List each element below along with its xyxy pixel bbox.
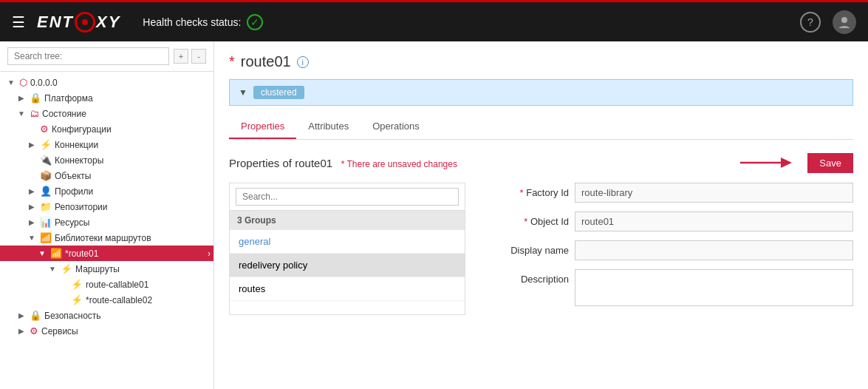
state-icon: 🗂 bbox=[30, 108, 39, 119]
tree-toggle-routes[interactable]: ▼ bbox=[47, 265, 58, 273]
page-title-container: *route01 i bbox=[229, 53, 853, 70]
groups-search-input[interactable] bbox=[236, 188, 459, 206]
tree-toggle-security[interactable]: ▶ bbox=[16, 311, 27, 319]
field-textarea-description[interactable] bbox=[575, 269, 853, 306]
tree-item-routelibs[interactable]: ▼ 📶 Библиотеки маршрутов bbox=[0, 230, 213, 246]
group-label-routes: routes bbox=[239, 283, 265, 294]
tree-item-repositories[interactable]: ▶ 📁 Репозитории bbox=[0, 199, 213, 214]
tab-properties[interactable]: Properties bbox=[229, 115, 296, 139]
tree-toggle-profiles[interactable]: ▶ bbox=[27, 187, 37, 195]
tree-item-objects[interactable]: 📦 Объекты bbox=[0, 168, 213, 183]
tree-item-root[interactable]: ▼ ⬡ 0.0.0.0 bbox=[0, 75, 213, 90]
tree-toggle-state[interactable]: ▼ bbox=[16, 109, 27, 118]
tab-operations[interactable]: Operations bbox=[360, 115, 431, 139]
route01-icon: 📶 bbox=[50, 248, 62, 259]
field-input-display-name[interactable] bbox=[575, 240, 853, 260]
services-icon: ⚙ bbox=[30, 325, 38, 336]
svg-marker-2 bbox=[781, 158, 792, 168]
field-row-display-name: Display name bbox=[480, 240, 853, 260]
tree-label-objects: Объекты bbox=[55, 171, 92, 181]
tree-label-profiles: Профили bbox=[55, 186, 93, 197]
root-icon: ⬡ bbox=[19, 77, 27, 88]
tree-expand-button[interactable]: + bbox=[174, 49, 188, 64]
svg-point-0 bbox=[841, 17, 847, 23]
group-item-routes[interactable]: routes bbox=[230, 277, 465, 301]
tree-collapse-button[interactable]: - bbox=[191, 49, 206, 64]
save-area: Save bbox=[737, 152, 853, 174]
tree-toggle-services[interactable]: ▶ bbox=[16, 327, 27, 335]
callable02-icon: ⚡ bbox=[71, 294, 83, 305]
tree-label-resources: Ресурсы bbox=[55, 217, 89, 228]
search-input[interactable] bbox=[7, 47, 169, 65]
clustered-bar: ▼ clustered bbox=[229, 79, 853, 106]
header-right: ? bbox=[800, 10, 856, 34]
field-label-factory-id: * Factory Id bbox=[480, 183, 569, 198]
save-button[interactable]: Save bbox=[807, 153, 853, 173]
menu-icon[interactable]: ☰ bbox=[12, 13, 25, 31]
save-arrow-icon bbox=[737, 152, 796, 174]
tree-toggle-connections[interactable]: ▶ bbox=[27, 141, 37, 149]
logo-text2: XY bbox=[96, 13, 120, 32]
tree: ▼ ⬡ 0.0.0.0 ▶ 🔒 Платформа ▼ 🗂 Состояние bbox=[0, 72, 213, 342]
tree-item-connectors[interactable]: 🔌 Коннекторы bbox=[0, 152, 213, 168]
info-icon[interactable]: i bbox=[297, 56, 309, 68]
field-input-object-id[interactable] bbox=[575, 212, 853, 231]
tree-toggle-root[interactable]: ▼ bbox=[6, 78, 16, 87]
configs-icon: ⚙ bbox=[40, 124, 49, 135]
field-label-display-name: Display name bbox=[480, 240, 569, 256]
connections-icon: ⚡ bbox=[40, 139, 52, 150]
tree-item-route01[interactable]: ▼ 📶 *route01 › bbox=[0, 246, 213, 261]
tree-toggle-routelibs[interactable]: ▼ bbox=[27, 234, 37, 242]
tree-item-callable01[interactable]: ⚡ route-callable01 bbox=[0, 277, 213, 292]
resources-icon: 📊 bbox=[40, 217, 52, 228]
tree-toggle-repositories[interactable]: ▶ bbox=[27, 203, 37, 211]
field-label-description: Description bbox=[480, 269, 569, 285]
tree-item-platform[interactable]: ▶ 🔒 Платформа bbox=[0, 90, 213, 106]
tab-attributes[interactable]: Attributes bbox=[296, 115, 360, 139]
health-check-icon: ✓ bbox=[247, 14, 263, 30]
properties-header: Properties of route01 * There are unsave… bbox=[229, 152, 853, 174]
field-row-object-id: * Object Id bbox=[480, 212, 853, 231]
groups-search bbox=[230, 183, 465, 211]
tree-item-routes[interactable]: ▼ ⚡ Маршруты bbox=[0, 261, 213, 277]
tabs: Properties Attributes Operations bbox=[229, 115, 853, 140]
title-asterisk: * bbox=[229, 53, 235, 70]
connectors-icon: 🔌 bbox=[40, 155, 52, 166]
tree-arrow-route01: › bbox=[208, 248, 211, 259]
routelibs-icon: 📶 bbox=[40, 232, 52, 243]
help-icon[interactable]: ? bbox=[800, 12, 821, 33]
tree-label-callable02: *route-callable02 bbox=[86, 295, 152, 305]
health-label: Health checks status: bbox=[143, 16, 241, 28]
tree-toggle-route01[interactable]: ▼ bbox=[37, 249, 47, 257]
properties-body: 3 Groups general redelivery policy route… bbox=[229, 183, 853, 315]
clustered-toggle[interactable]: ▼ bbox=[239, 87, 247, 98]
health-status: Health checks status: ✓ bbox=[143, 14, 263, 30]
tree-label-routes: Маршруты bbox=[75, 264, 120, 274]
group-link-general[interactable]: general bbox=[239, 236, 270, 247]
tree-item-security[interactable]: ▶ 🔒 Безопасность bbox=[0, 308, 213, 323]
logo: ENT XY bbox=[37, 12, 120, 33]
user-avatar[interactable] bbox=[833, 10, 856, 34]
logo-o-icon bbox=[75, 12, 95, 33]
callable01-icon: ⚡ bbox=[71, 279, 83, 290]
tree-item-state[interactable]: ▼ 🗂 Состояние bbox=[0, 106, 213, 121]
tree-label-routelibs: Библиотеки маршрутов bbox=[55, 233, 151, 243]
tree-toggle-resources[interactable]: ▶ bbox=[27, 218, 37, 226]
tree-item-resources[interactable]: ▶ 📊 Ресурсы bbox=[0, 214, 213, 230]
tree-item-services[interactable]: ▶ ⚙ Сервисы bbox=[0, 323, 213, 339]
tree-item-connections[interactable]: ▶ ⚡ Коннекции bbox=[0, 137, 213, 152]
field-input-factory-id[interactable] bbox=[575, 183, 853, 203]
header: ☰ ENT XY Health checks status: ✓ ? bbox=[0, 0, 868, 41]
tree-label-security: Безопасность bbox=[44, 311, 101, 321]
tree-item-configs[interactable]: ⚙ Конфигурации bbox=[0, 121, 213, 137]
tree-label-configs: Конфигурации bbox=[52, 124, 112, 135]
tree-toggle-platform[interactable]: ▶ bbox=[16, 94, 27, 102]
tree-label-route01: *route01 bbox=[65, 248, 98, 259]
group-item-redelivery[interactable]: redelivery policy bbox=[230, 254, 465, 277]
clustered-badge: clustered bbox=[253, 86, 304, 99]
fields-panel: * Factory Id * Object Id Display name De… bbox=[480, 183, 853, 315]
tree-item-callable02[interactable]: ⚡ *route-callable02 bbox=[0, 292, 213, 308]
tree-label-root: 0.0.0.0 bbox=[30, 78, 58, 88]
tree-item-profiles[interactable]: ▶ 👤 Профили bbox=[0, 183, 213, 199]
group-item-general[interactable]: general bbox=[230, 230, 465, 254]
